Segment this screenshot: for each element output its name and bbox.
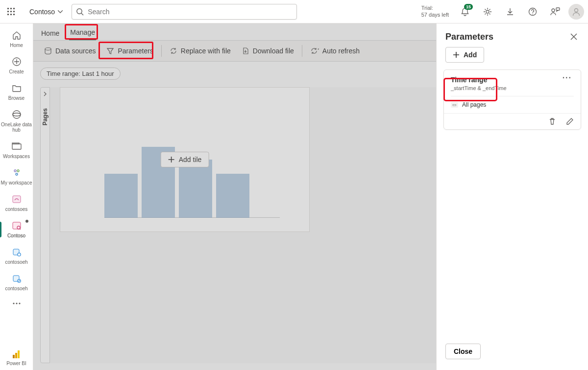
chart-tile[interactable]: Add tile: [60, 87, 310, 232]
svg-point-30: [17, 253, 20, 256]
database-icon: [44, 47, 52, 55]
svg-rect-8: [13, 14, 15, 15]
chart-bar: [104, 174, 138, 218]
pages-panel-toggle[interactable]: Pages: [40, 87, 50, 363]
nav-contosoeh-2[interactable]: contosoeh: [0, 270, 33, 295]
parameters-button[interactable]: Parameters: [101, 44, 158, 58]
home-icon: [11, 29, 23, 41]
toolbar-divider: [161, 45, 162, 57]
nav-workspaces[interactable]: Workspaces: [0, 138, 33, 163]
nav-browse[interactable]: Browse: [0, 79, 33, 105]
svg-point-11: [486, 10, 489, 13]
toolbar-divider: [302, 45, 302, 57]
pages-chip-icon: ▭: [451, 102, 458, 108]
download-button[interactable]: [501, 2, 519, 21]
plus-icon: [168, 156, 175, 163]
tab-home[interactable]: Home: [40, 26, 60, 40]
gear-icon: [483, 7, 492, 16]
filter-icon: [106, 47, 114, 55]
auto-refresh-button[interactable]: Auto refresh: [305, 44, 365, 58]
nav-more[interactable]: [0, 296, 33, 311]
svg-rect-1: [10, 8, 12, 9]
kqldb-icon: [11, 273, 23, 284]
nav-create[interactable]: Create: [0, 53, 33, 78]
svg-rect-6: [7, 14, 9, 15]
download-file-button[interactable]: Download file: [237, 44, 299, 58]
eventstream-icon: [11, 193, 23, 205]
svg-point-9: [77, 8, 82, 13]
my-workspace-icon: [11, 167, 23, 179]
parameters-panel: Parameters Add Time range _startTime & _…: [436, 23, 588, 370]
svg-rect-7: [10, 14, 12, 15]
trash-icon: [548, 117, 556, 125]
nav-home[interactable]: Home: [0, 26, 33, 52]
unsaved-indicator: [25, 220, 28, 223]
svg-point-33: [13, 302, 14, 304]
settings-button[interactable]: [478, 2, 497, 21]
notification-badge: 15: [464, 4, 473, 10]
delete-parameter-button[interactable]: [548, 117, 556, 125]
svg-rect-15: [556, 8, 560, 10]
svg-rect-0: [7, 8, 9, 9]
svg-rect-4: [10, 11, 12, 12]
replace-file-button[interactable]: Replace with file: [165, 44, 236, 58]
search-icon: [76, 8, 84, 16]
parameter-card: Time range _startTime & _endTime ··· ▭ A…: [443, 69, 581, 130]
svg-rect-37: [15, 353, 17, 358]
add-parameter-button[interactable]: Add: [445, 47, 484, 63]
nav-contoso-active[interactable]: Contoso: [0, 217, 33, 242]
chart-bar: [179, 160, 212, 218]
plus-icon: [453, 51, 460, 58]
svg-point-13: [532, 13, 533, 14]
svg-point-23: [17, 170, 19, 172]
panel-close-footer-button[interactable]: Close: [445, 344, 481, 359]
chart-bar: [216, 174, 249, 218]
replace-icon: [170, 47, 177, 55]
nav-contosoes[interactable]: contosoes: [0, 190, 33, 216]
account-avatar[interactable]: [568, 4, 584, 20]
svg-point-22: [14, 170, 16, 172]
svg-point-19: [13, 113, 21, 116]
dashboard-icon: [11, 220, 23, 231]
folder-icon: [11, 82, 23, 94]
svg-point-16: [575, 8, 578, 12]
panel-title: Parameters: [445, 32, 493, 42]
svg-rect-2: [13, 8, 15, 9]
parameter-scope: All pages: [462, 101, 486, 108]
left-nav-rail: Home Create Browse OneLake data hub Work…: [0, 23, 33, 370]
pages-label: Pages: [42, 108, 49, 125]
eventhouse-icon: [11, 246, 23, 258]
search-box[interactable]: [72, 4, 297, 20]
edit-parameter-button[interactable]: [566, 117, 574, 125]
svg-rect-36: [18, 350, 20, 358]
help-icon: [528, 7, 537, 16]
top-bar: Contoso Trial: 57 days left 15: [0, 0, 588, 23]
svg-rect-5: [13, 11, 15, 12]
panel-close-button[interactable]: [568, 31, 579, 42]
nav-onelake[interactable]: OneLake data hub: [0, 106, 33, 137]
nav-powerbi[interactable]: Power BI: [0, 347, 33, 370]
tab-manage[interactable]: Manage: [69, 25, 96, 40]
parameter-variables: _startTime & _endTime: [451, 85, 507, 91]
person-feedback-icon: [550, 7, 560, 16]
svg-point-35: [19, 302, 20, 304]
workspaces-icon: [11, 140, 23, 152]
nav-contosoeh-1[interactable]: contosoeh: [0, 243, 33, 269]
svg-line-10: [81, 13, 83, 15]
help-button[interactable]: [523, 2, 542, 21]
tenant-switcher[interactable]: Contoso: [24, 8, 68, 16]
onelake-icon: [11, 109, 23, 120]
data-sources-button[interactable]: Data sources: [39, 44, 100, 58]
timerange-pill[interactable]: Time range: Last 1 hour: [40, 68, 121, 80]
file-download-icon: [242, 47, 249, 55]
notifications-button[interactable]: 15: [456, 2, 474, 21]
app-launcher-button[interactable]: [2, 2, 21, 21]
nav-my-workspace[interactable]: My workspace: [0, 164, 33, 189]
parameter-more-button[interactable]: ···: [561, 76, 574, 80]
feedback-button[interactable]: [546, 2, 564, 21]
add-tile-button[interactable]: Add tile: [161, 152, 209, 167]
svg-rect-26: [13, 222, 21, 229]
search-input[interactable]: [88, 8, 293, 16]
download-icon: [506, 7, 514, 16]
svg-point-39: [45, 48, 51, 50]
